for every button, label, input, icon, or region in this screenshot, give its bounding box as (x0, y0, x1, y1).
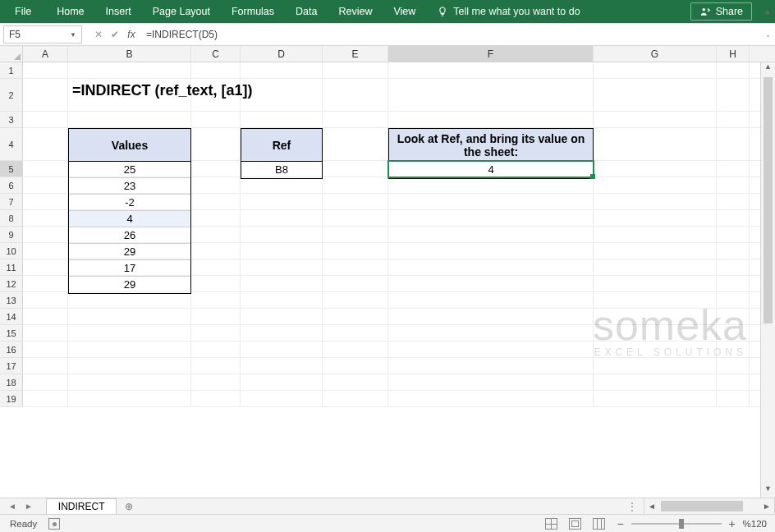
row-header-10[interactable]: 10 (0, 243, 23, 259)
view-page-break-icon[interactable] (593, 518, 605, 530)
person-share-icon (699, 6, 711, 17)
vertical-scrollbar[interactable]: ▲ ▼ (760, 62, 775, 498)
sheet-nav-prev-icon[interactable]: ◄ (8, 502, 16, 511)
row-header-6[interactable]: 6 (0, 177, 23, 194)
result-header: Look at Ref, and bring its value on the … (389, 129, 593, 162)
view-page-layout-icon[interactable] (569, 518, 581, 530)
col-header-A[interactable]: A (23, 46, 68, 62)
row-header-2[interactable]: 2 (0, 79, 23, 112)
share-label: Share (716, 6, 743, 17)
formula-input[interactable]: =INDIRECT(D5) (146, 29, 760, 40)
tab-data[interactable]: Data (285, 0, 328, 23)
row-header-8[interactable]: 8 (0, 210, 23, 227)
tab-formulas[interactable]: Formulas (221, 0, 285, 23)
col-header-E[interactable]: E (323, 46, 388, 62)
name-box-value: F5 (9, 29, 21, 40)
values-cell[interactable]: 29 (69, 244, 190, 260)
accept-formula-icon[interactable]: ✔ (107, 29, 123, 40)
values-cell[interactable]: 17 (69, 260, 190, 277)
tab-insert[interactable]: Insert (95, 0, 142, 23)
row-header-17[interactable]: 17 (0, 358, 23, 374)
col-header-D[interactable]: D (241, 46, 323, 62)
zoom-label[interactable]: %120 (743, 519, 767, 529)
row-header-3[interactable]: 3 (0, 112, 23, 128)
page-title: =INDIRECT (ref_text, [a1]) (72, 82, 253, 99)
add-sheet-button[interactable]: ⊕ (125, 498, 133, 514)
values-header: Values (69, 129, 190, 162)
select-all-corner[interactable] (0, 46, 23, 62)
zoom-control[interactable]: − + %120 (617, 517, 767, 530)
row-header-16[interactable]: 16 (0, 342, 23, 358)
tab-review[interactable]: Review (328, 0, 383, 23)
sheet-tab-bar: ◄ ► INDIRECT ⊕ ⋮ ◄ ► (0, 498, 775, 514)
share-button[interactable]: Share (690, 2, 752, 21)
ribbon-collapse-icon[interactable]: ▲ (760, 0, 775, 23)
col-header-C[interactable]: C (191, 46, 241, 62)
row-header-12[interactable]: 12 (0, 276, 23, 292)
scroll-down-icon[interactable]: ▼ (761, 484, 775, 498)
macro-record-icon[interactable] (48, 518, 60, 530)
row-header-7[interactable]: 7 (0, 194, 23, 210)
row-header-15[interactable]: 15 (0, 325, 23, 342)
col-header-B[interactable]: B (68, 46, 191, 62)
col-header-G[interactable]: G (594, 46, 717, 62)
values-cell[interactable]: 23 (69, 178, 190, 195)
col-header-F[interactable]: F (388, 46, 594, 62)
ribbon: File Home Insert Page Layout Formulas Da… (0, 0, 775, 23)
sheet-tab-indirect[interactable]: INDIRECT (46, 498, 117, 514)
status-bar: Ready − + %120 (0, 514, 775, 532)
row-header-4[interactable]: 4 (0, 128, 23, 161)
ref-table: Ref B8 (241, 128, 323, 179)
svg-point-0 (702, 8, 705, 11)
tab-file[interactable]: File (0, 0, 46, 23)
vscroll-thumb[interactable] (764, 77, 773, 323)
lightbulb-icon (437, 6, 448, 17)
result-value-cell[interactable]: 4 (389, 162, 593, 178)
view-normal-icon[interactable] (545, 518, 557, 530)
tab-splitter-icon[interactable]: ⋮ (621, 498, 644, 514)
values-cell[interactable]: 4 (69, 211, 190, 227)
row-header-18[interactable]: 18 (0, 374, 23, 391)
zoom-out-button[interactable]: − (617, 517, 625, 530)
chevron-down-icon[interactable]: ▼ (70, 31, 76, 39)
ref-header: Ref (241, 129, 322, 162)
values-table: Values 2523-2426291729 (68, 128, 191, 294)
tell-me[interactable]: Tell me what you want to do (426, 0, 590, 23)
zoom-slider[interactable] (631, 523, 722, 525)
values-cell[interactable]: 26 (69, 227, 190, 244)
scroll-up-icon[interactable]: ▲ (761, 62, 775, 76)
values-cell[interactable]: 29 (69, 277, 190, 293)
col-header-H[interactable]: H (717, 46, 750, 62)
values-cell[interactable]: 25 (69, 162, 190, 178)
tab-view[interactable]: View (383, 0, 426, 23)
tell-me-label: Tell me what you want to do (453, 6, 580, 17)
row-header-1[interactable]: 1 (0, 62, 23, 79)
formula-expand-icon[interactable]: ⌄ (760, 31, 775, 39)
sheet-nav-next-icon[interactable]: ► (25, 502, 33, 511)
tab-home[interactable]: Home (46, 0, 94, 23)
row-header-9[interactable]: 9 (0, 227, 23, 243)
row-header-19[interactable]: 19 (0, 391, 23, 407)
zoom-knob[interactable] (679, 519, 684, 529)
row-header-13[interactable]: 13 (0, 292, 23, 309)
name-box[interactable]: F5 ▼ (3, 25, 82, 44)
hscroll-thumb[interactable] (661, 501, 743, 511)
row-header-5[interactable]: 5 (0, 161, 23, 177)
values-cell[interactable]: -2 (69, 195, 190, 211)
row-header-14[interactable]: 14 (0, 309, 23, 325)
fx-icon[interactable]: fx (123, 29, 140, 40)
cancel-formula-icon[interactable]: ✕ (90, 29, 107, 40)
scroll-left-icon[interactable]: ◄ (644, 502, 659, 511)
row-header-11[interactable]: 11 (0, 259, 23, 276)
zoom-in-button[interactable]: + (728, 517, 736, 530)
formula-bar: F5 ▼ ✕ ✔ fx =INDIRECT(D5) ⌄ (0, 23, 775, 46)
status-ready: Ready (0, 519, 47, 529)
horizontal-scrollbar[interactable]: ◄ ► (644, 498, 775, 514)
tab-page-layout[interactable]: Page Layout (142, 0, 221, 23)
worksheet-grid[interactable]: ABCDEFGH 12345678910111213141516171819 =… (0, 46, 775, 498)
scroll-right-icon[interactable]: ► (759, 502, 774, 511)
result-box: Look at Ref, and bring its value on the … (388, 128, 594, 179)
ref-value-cell[interactable]: B8 (241, 162, 322, 178)
